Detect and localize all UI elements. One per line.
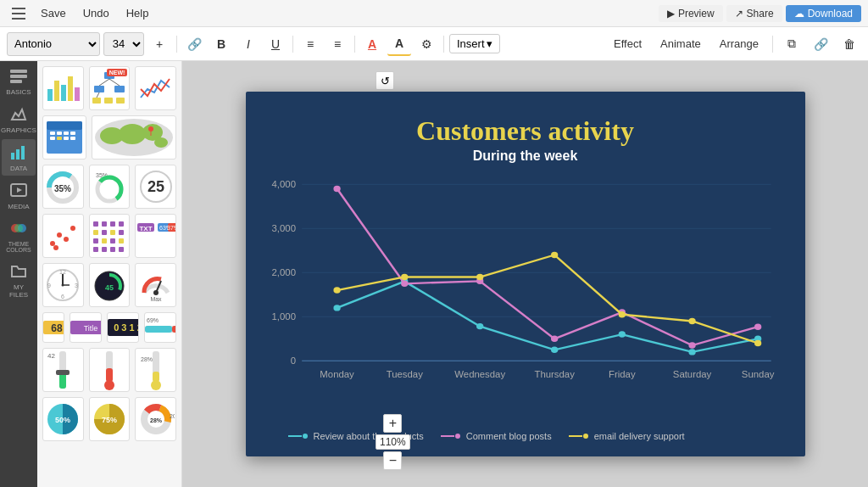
svg-rect-35: [50, 137, 55, 140]
panel-row-6: 68 Title 0 3 1 2 6: [42, 312, 176, 343]
panel-item-ring-chart[interactable]: 35%: [89, 165, 131, 209]
panel-item-calendar[interactable]: [42, 115, 86, 160]
panel-item-pie-50[interactable]: 50%: [42, 397, 84, 441]
panel-item-speedometer[interactable]: Max: [135, 263, 176, 307]
share-icon: ↗: [735, 8, 743, 20]
svg-text:2,000: 2,000: [271, 268, 295, 277]
font-size-increase-button[interactable]: +: [147, 32, 171, 56]
svg-rect-34: [70, 132, 75, 135]
panel-item-donut-35[interactable]: 35%: [42, 165, 84, 209]
preview-button[interactable]: ▶ Preview: [659, 5, 723, 22]
panel-item-donut-multi[interactable]: 28% 20%: [135, 397, 176, 441]
svg-point-158: [401, 274, 408, 280]
sidebar-item-my-files[interactable]: MY FILES: [2, 258, 36, 302]
preview-icon: ▶: [667, 8, 675, 20]
panel-row-4: TXT 63% 37%: [42, 214, 176, 258]
delete-button[interactable]: 🗑: [837, 32, 861, 56]
download-button[interactable]: ☁ Download: [786, 5, 861, 22]
svg-text:0: 0: [290, 356, 295, 366]
panel-item-radial-gauge[interactable]: 45: [89, 263, 131, 307]
font-size-select[interactable]: 34: [103, 32, 144, 56]
sidebar-item-theme-colors[interactable]: THEME COLORS: [2, 216, 36, 256]
sidebar-item-data[interactable]: DATA: [2, 139, 36, 176]
svg-rect-0: [12, 8, 25, 9]
hamburger-menu[interactable]: [7, 2, 31, 25]
panel-item-org-chart[interactable]: NEW!: [89, 66, 131, 110]
new-badge: NEW!: [107, 69, 128, 76]
panel-item-line-chart[interactable]: [135, 66, 176, 110]
svg-point-163: [754, 340, 761, 346]
align-left-button[interactable]: ≡: [298, 32, 322, 56]
svg-point-41: [119, 124, 146, 144]
font-family-select[interactable]: Antonio: [7, 32, 100, 56]
svg-rect-65: [110, 230, 115, 235]
svg-rect-74: [119, 247, 124, 252]
sidebar-item-graphics[interactable]: GRAPHICS: [2, 101, 36, 137]
svg-point-150: [333, 186, 340, 192]
panel-item-dots-grid[interactable]: [89, 214, 131, 258]
animate-button[interactable]: Animate: [654, 35, 708, 53]
zoom-out-button[interactable]: −: [383, 451, 402, 470]
panel-item-world-map[interactable]: [92, 115, 176, 160]
panel-item-bar-chart[interactable]: [42, 66, 84, 110]
sidebar-item-basics[interactable]: BASICS: [2, 64, 36, 99]
text-highlight-button[interactable]: A: [387, 32, 411, 56]
panel-item-thermometer-tall[interactable]: 28%: [135, 348, 176, 392]
svg-rect-36: [57, 137, 62, 140]
bold-button[interactable]: B: [209, 32, 233, 56]
rotate-left-button[interactable]: ↺: [376, 71, 394, 90]
svg-rect-73: [110, 247, 115, 252]
italic-button[interactable]: I: [236, 32, 260, 56]
panel-item-pie-75[interactable]: 75%: [89, 397, 131, 441]
text-settings-button[interactable]: ⚙: [415, 32, 438, 56]
share-button[interactable]: ↗ Share: [726, 5, 782, 22]
panel-row-2: [42, 115, 176, 160]
data-icon: [10, 144, 27, 163]
svg-rect-37: [64, 137, 69, 140]
zoom-level-display: 110%: [376, 434, 410, 450]
panel-item-clock[interactable]: 6 12 9 3: [42, 263, 84, 307]
save-menu-item[interactable]: Save: [34, 5, 73, 21]
panel-item-number-25[interactable]: 25: [135, 165, 176, 209]
panel-item-scatter[interactable]: [42, 214, 84, 258]
panel-item-progress-bar[interactable]: 69%: [144, 312, 176, 343]
panel-item-thermometer-1[interactable]: [89, 348, 131, 392]
arrange-button[interactable]: Arrange: [713, 35, 765, 53]
svg-rect-72: [102, 247, 107, 252]
insert-button[interactable]: Insert ▾: [449, 34, 500, 53]
svg-line-21: [99, 79, 109, 86]
undo-menu-item[interactable]: Undo: [76, 5, 116, 21]
svg-rect-16: [54, 81, 59, 101]
insert-chevron-icon: ▾: [487, 37, 492, 50]
link-button[interactable]: 🔗: [182, 32, 206, 56]
svg-point-167: [455, 434, 460, 439]
svg-point-148: [688, 349, 695, 355]
copy-button[interactable]: ⧉: [780, 32, 804, 56]
help-menu-item[interactable]: Help: [120, 5, 156, 21]
panel-item-number-68[interactable]: 68: [42, 312, 64, 343]
chain-link-button[interactable]: 🔗: [809, 32, 832, 56]
svg-point-155: [688, 342, 695, 348]
toolbar: Antonio 34 + 🔗 B I U ≡ ≡ A A ⚙ Insert ▾ …: [0, 27, 868, 61]
list-button[interactable]: ≡: [326, 32, 349, 56]
svg-rect-71: [93, 247, 98, 252]
svg-rect-66: [119, 230, 124, 235]
panel-item-title-bar[interactable]: Title: [70, 312, 102, 343]
toolbar-separator-1: [176, 36, 177, 53]
zoom-control: + 110% −: [376, 414, 410, 470]
slide-canvas[interactable]: Customers activity During the week 4,000…: [246, 92, 805, 456]
panel-item-text-elements[interactable]: TXT 63% 37%: [135, 214, 176, 258]
zoom-in-button[interactable]: +: [383, 414, 402, 433]
svg-text:75%: 75%: [102, 416, 117, 424]
sidebar-item-media[interactable]: MEDIA: [2, 177, 36, 214]
svg-point-153: [551, 336, 558, 342]
svg-rect-108: [56, 370, 70, 375]
font-color-button[interactable]: A: [360, 32, 384, 56]
svg-point-57: [70, 226, 75, 231]
svg-text:Thursday: Thursday: [534, 369, 575, 378]
underline-button[interactable]: U: [264, 32, 287, 56]
panel-item-counter[interactable]: 0 3 1 2: [107, 312, 139, 343]
slide-subtitle: During the week: [246, 148, 805, 164]
panel-item-vertical-slider[interactable]: 42: [42, 348, 84, 392]
effect-button[interactable]: Effect: [607, 35, 648, 53]
